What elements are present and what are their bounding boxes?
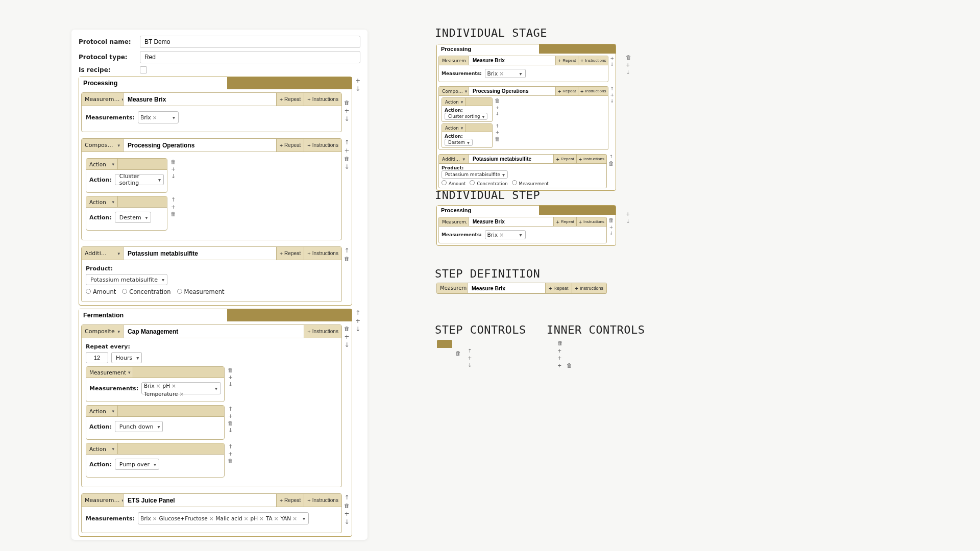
measurements-select[interactable]: Brix× xyxy=(138,111,179,123)
trash-icon[interactable] xyxy=(495,97,500,104)
protocol-type-input[interactable] xyxy=(140,51,360,63)
move-up-icon[interactable]: ↑ xyxy=(344,494,349,500)
move-down-icon[interactable]: ↓ xyxy=(609,231,614,236)
is-recipe-checkbox[interactable] xyxy=(140,66,147,73)
move-down-icon[interactable]: ↓ xyxy=(610,98,614,104)
repeat-unit-select[interactable]: Hours xyxy=(111,352,142,363)
step-name-input[interactable] xyxy=(469,217,553,226)
step-type-select[interactable]: Measurem… xyxy=(439,56,469,65)
move-up-icon[interactable]: ↑ xyxy=(496,123,500,129)
add-icon[interactable]: + xyxy=(171,204,176,210)
add-icon[interactable]: + xyxy=(344,511,349,517)
stage-title-input[interactable] xyxy=(437,206,539,215)
tag-remove-icon[interactable]: × xyxy=(180,391,184,397)
move-down-icon[interactable]: ↓ xyxy=(344,342,349,348)
stage-title-input[interactable] xyxy=(437,44,539,54)
radio-amount[interactable]: Amount xyxy=(86,288,116,295)
instructions-button[interactable]: +Instructions xyxy=(576,217,606,226)
trash-icon[interactable] xyxy=(228,367,233,373)
tag-remove-icon[interactable]: × xyxy=(153,515,157,521)
instructions-button[interactable]: +Instructions xyxy=(304,247,341,260)
tag-remove-icon[interactable]: × xyxy=(499,232,504,238)
trash-icon[interactable] xyxy=(344,99,350,106)
move-up-icon[interactable]: ↑ xyxy=(228,406,233,412)
instructions-button[interactable]: +Instructions xyxy=(304,494,341,507)
trash-icon[interactable] xyxy=(228,420,233,426)
trash-icon[interactable] xyxy=(170,159,176,165)
add-icon[interactable]: + xyxy=(496,105,500,110)
radio-amount[interactable]: Amount xyxy=(442,180,465,186)
repeat-qty-input[interactable] xyxy=(86,352,108,363)
tag-remove-icon[interactable]: × xyxy=(292,515,297,521)
sub-type-select[interactable]: Measurement xyxy=(86,367,133,378)
trash-icon[interactable] xyxy=(228,458,233,464)
move-down-icon[interactable]: ↓ xyxy=(344,519,349,525)
add-icon[interactable]: + xyxy=(557,348,572,354)
step-type-select[interactable]: Additi… xyxy=(82,247,124,260)
add-icon[interactable]: + xyxy=(344,147,349,154)
repeat-button[interactable]: +Repeat xyxy=(555,87,578,95)
step-type-select[interactable]: Additi… xyxy=(439,155,469,163)
tag-remove-icon[interactable]: × xyxy=(259,515,264,521)
step-name-input[interactable] xyxy=(469,56,555,65)
repeat-button[interactable]: +Repeat xyxy=(553,217,576,226)
move-down-icon[interactable]: ↓ xyxy=(468,362,472,368)
move-up-icon[interactable]: ↑ xyxy=(609,154,614,159)
repeat-button[interactable]: +Repeat xyxy=(276,494,304,507)
step-name-input[interactable] xyxy=(124,93,276,106)
trash-icon[interactable] xyxy=(495,136,500,142)
tag-remove-icon[interactable]: × xyxy=(244,515,249,521)
step-type-select[interactable]: Measurem… xyxy=(439,217,469,226)
tag-remove-icon[interactable]: × xyxy=(172,383,176,389)
add-icon[interactable]: + xyxy=(557,363,561,368)
sub-type-select[interactable]: Action xyxy=(86,443,118,454)
instructions-button[interactable]: +Instructions xyxy=(304,325,341,338)
move-down-icon[interactable]: ↓ xyxy=(355,326,360,332)
step-type-select[interactable]: Measurem… xyxy=(437,283,468,293)
measurements-select[interactable]: Brix× xyxy=(485,69,526,78)
radio-measurement[interactable]: Measurement xyxy=(177,288,225,295)
instructions-button[interactable]: +Instructions xyxy=(304,93,341,106)
step-name-input[interactable] xyxy=(124,139,276,152)
trash-icon[interactable] xyxy=(170,211,176,217)
move-down-icon[interactable]: ↓ xyxy=(610,62,614,67)
step-name-input[interactable] xyxy=(469,155,553,163)
add-icon[interactable]: + xyxy=(610,92,614,97)
step-name-input[interactable] xyxy=(124,247,276,260)
instructions-button[interactable]: +Instructions xyxy=(578,87,608,95)
move-up-icon[interactable]: ↑ xyxy=(228,444,233,449)
move-down-icon[interactable]: ↓ xyxy=(355,86,360,92)
move-up-icon[interactable]: ↑ xyxy=(468,348,472,354)
instructions-button[interactable]: +Instructions xyxy=(576,155,606,163)
move-down-icon[interactable]: ↓ xyxy=(344,164,349,170)
action-select[interactable]: Destem xyxy=(445,139,473,146)
trash-icon[interactable] xyxy=(344,256,350,262)
action-select[interactable]: Punch down xyxy=(115,421,163,432)
action-select[interactable]: Cluster sorting xyxy=(115,174,164,185)
tag-remove-icon[interactable]: × xyxy=(156,383,161,389)
sub-type-select[interactable]: Action xyxy=(86,159,118,169)
instructions-button[interactable]: +Instructions xyxy=(304,139,341,152)
add-icon[interactable]: + xyxy=(557,355,572,361)
move-down-icon[interactable]: ↓ xyxy=(171,173,176,179)
repeat-button[interactable]: +Repeat xyxy=(553,155,576,163)
move-down-icon[interactable]: ↓ xyxy=(626,69,631,75)
trash-icon[interactable] xyxy=(557,340,572,346)
move-up-icon[interactable]: ↑ xyxy=(610,86,614,91)
trash-icon[interactable] xyxy=(344,156,350,162)
instructions-button[interactable]: +Instructions xyxy=(578,56,608,65)
sub-type-select[interactable]: Action xyxy=(442,124,465,132)
add-icon[interactable]: + xyxy=(610,56,614,61)
add-icon[interactable]: + xyxy=(496,130,500,135)
move-down-icon[interactable]: ↓ xyxy=(344,116,349,122)
protocol-name-input[interactable] xyxy=(140,36,360,48)
stage-title-input[interactable] xyxy=(79,77,227,89)
trash-icon[interactable] xyxy=(608,160,614,167)
move-up-icon[interactable]: ↑ xyxy=(344,247,349,254)
repeat-button[interactable]: +Repeat xyxy=(276,247,304,260)
add-icon[interactable]: + xyxy=(609,224,614,230)
action-select[interactable]: Cluster sorting xyxy=(445,113,487,120)
add-icon[interactable]: + xyxy=(626,62,631,68)
repeat-button[interactable]: +Repeat xyxy=(276,139,304,152)
measurements-select[interactable]: Brix× xyxy=(485,230,526,239)
